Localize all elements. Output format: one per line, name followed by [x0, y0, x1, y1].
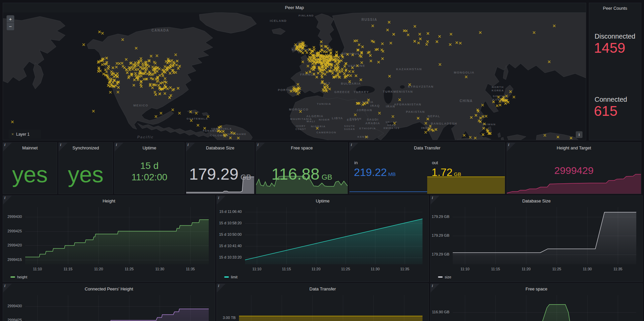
x-axis-label: 11:10 [249, 267, 265, 271]
chart-legend: size [438, 273, 456, 279]
x-axis-label: 11:35 [610, 267, 626, 271]
legend-swatch-icon [10, 276, 15, 278]
stat-unit: GB [322, 173, 332, 181]
panel-title[interactable]: Peer Map [3, 5, 586, 10]
world-map[interactable]: CANADARUSSIAICELANDFINLANDUNITED KINGDOM… [3, 12, 586, 140]
chart-plot-area[interactable] [453, 295, 636, 321]
legend-swatch-icon [438, 276, 443, 278]
panel-info-icon[interactable]: i [507, 143, 516, 151]
chart-plot-area[interactable] [25, 207, 209, 264]
chart-title[interactable]: Connected Peers' Height [3, 286, 215, 291]
x-axis-label: 11:10 [457, 267, 473, 271]
legend-item[interactable]: size [438, 275, 451, 279]
x-axis-label: 11:35 [182, 267, 198, 271]
panel-info-icon[interactable]: i [431, 284, 439, 292]
grafana-dashboard: Peer Map [0, 0, 644, 321]
x-axis-label: 11:20 [308, 267, 324, 271]
panel-info-icon[interactable]: i [115, 143, 123, 151]
stat-title[interactable]: Data Transfer [350, 145, 505, 150]
map-zoom-controls: + − [6, 15, 14, 31]
panel-info-icon[interactable]: i [217, 196, 226, 204]
zoom-in-button[interactable]: + [6, 15, 14, 23]
stat-title[interactable]: Database Size [186, 145, 254, 150]
y-axis-label: 15 d 11:06:40 [217, 210, 242, 214]
panel-info-icon[interactable]: i [3, 143, 12, 151]
chart-panel-connected-peers-height: i Connected Peers' Height 29994252999430 [3, 283, 215, 321]
peer-markers-layer [3, 12, 586, 140]
peer-counts-panel: Peer Counts Disconnected 1459 Connected … [589, 3, 641, 140]
chart-title[interactable]: Uptime [217, 198, 429, 203]
chart-plot-area[interactable] [25, 295, 209, 321]
y-axis-label: 179.29 GB [431, 233, 449, 237]
chart-title[interactable]: Database Size [431, 198, 642, 203]
stat-panel-uptime: i Uptime 15 d 11:02:00 [114, 142, 185, 194]
chart-panel-height: i Height 11:1011:1511:2011:2511:3011:352… [3, 195, 215, 282]
stat-value-group: 1.72GB [432, 166, 461, 179]
chart-plot-area[interactable] [245, 207, 422, 264]
stat-value: 179.29 [189, 165, 239, 183]
panel-info-icon[interactable]: i [256, 143, 265, 151]
stat-value: 1.72 [432, 166, 452, 178]
connected-value: 615 [594, 103, 617, 119]
disconnected-label: Disconnected [595, 33, 635, 40]
panel-title[interactable]: Peer Counts [589, 6, 641, 11]
x-axis-label: 11:25 [337, 267, 354, 271]
stat-title[interactable]: Uptime [115, 145, 184, 150]
stat-title[interactable]: Height and Target [507, 145, 641, 150]
legend-swatch-icon [224, 276, 229, 278]
stat-panel-synchronized: i Synchronized yes [58, 142, 113, 194]
x-axis-label: 11:25 [121, 267, 137, 271]
chart-panel-database-size: i Database Size 11:1011:1511:2011:2511:3… [430, 195, 643, 282]
stat-value-group: 179.29GB [186, 165, 254, 183]
y-axis-label: 2999430 [3, 215, 22, 219]
map-layer-legend[interactable]: × Layer 1 [9, 130, 41, 139]
stat-value-group: 219.22MB [354, 166, 396, 179]
stat-value-group: 116.88GB [256, 165, 348, 183]
stat-value: yes [3, 157, 57, 191]
panel-info-icon[interactable]: i [59, 143, 68, 151]
panel-info-icon[interactable]: i [186, 143, 195, 151]
x-axis-label: 11:10 [29, 267, 45, 271]
legend-item[interactable]: limit [224, 275, 238, 279]
panel-info-icon[interactable]: i [3, 196, 12, 204]
panel-info-icon[interactable]: i [431, 196, 439, 204]
chart-plot-area[interactable] [239, 295, 422, 321]
chart-title[interactable]: Height [3, 198, 215, 203]
y-axis-label: 2999430 [3, 304, 22, 308]
stat-panel-database-size: i Database Size 179.29GB [186, 142, 254, 194]
chart-plot-area[interactable] [453, 207, 636, 264]
y-axis-label: 2999415 [3, 258, 22, 262]
map-attribution-button[interactable]: i [576, 131, 582, 138]
peer-map-panel: Peer Map [3, 3, 586, 140]
y-axis-label: 179.29 GB [431, 252, 449, 256]
x-axis-label: 11:20 [90, 267, 107, 271]
legend-item[interactable]: height [10, 275, 27, 279]
sub-stat-label: out [432, 160, 438, 165]
connected-label: Connected [595, 96, 627, 103]
y-axis-label: 3.00 TB [217, 316, 236, 320]
stat-value: 2999429 [554, 165, 594, 176]
layer-marker-icon: × [11, 132, 14, 137]
panel-info-icon[interactable]: i [3, 284, 12, 292]
y-axis-label: 15 d 10:58:20 [217, 221, 242, 225]
chart-title[interactable]: Data Transfer [217, 286, 429, 291]
stat-value-group: 2999429 [507, 165, 641, 176]
sub-stat-label: in [354, 160, 358, 165]
stat-value: yes [59, 157, 113, 191]
stat-panel-free-space: i Free space 116.88GB [256, 142, 348, 194]
stat-value: 15 d 11:02:00 [115, 160, 184, 183]
y-axis-label: 15 d 10:33:20 [217, 255, 242, 259]
panel-info-icon[interactable]: i [217, 284, 226, 292]
x-axis-label: 11:30 [152, 267, 168, 271]
stat-panel-mainnet: i Mainnet yes [3, 142, 57, 194]
chart-title[interactable]: Free space [431, 286, 642, 291]
panel-info-icon[interactable]: i [350, 143, 358, 151]
chart-panel-uptime: i Uptime 11:1011:1511:2011:2511:3011:351… [216, 195, 429, 282]
panel-header: Peer Map [3, 3, 586, 12]
zoom-out-button[interactable]: − [6, 23, 14, 31]
layer-label: Layer 1 [16, 132, 30, 137]
chart-legend: height [10, 273, 32, 279]
x-axis-label: 11:20 [518, 267, 534, 271]
stat-panel-data-transfer: i Data Transfer in 219.22MB out 1.72GB [349, 142, 505, 194]
stat-title[interactable]: Free space [256, 145, 348, 150]
